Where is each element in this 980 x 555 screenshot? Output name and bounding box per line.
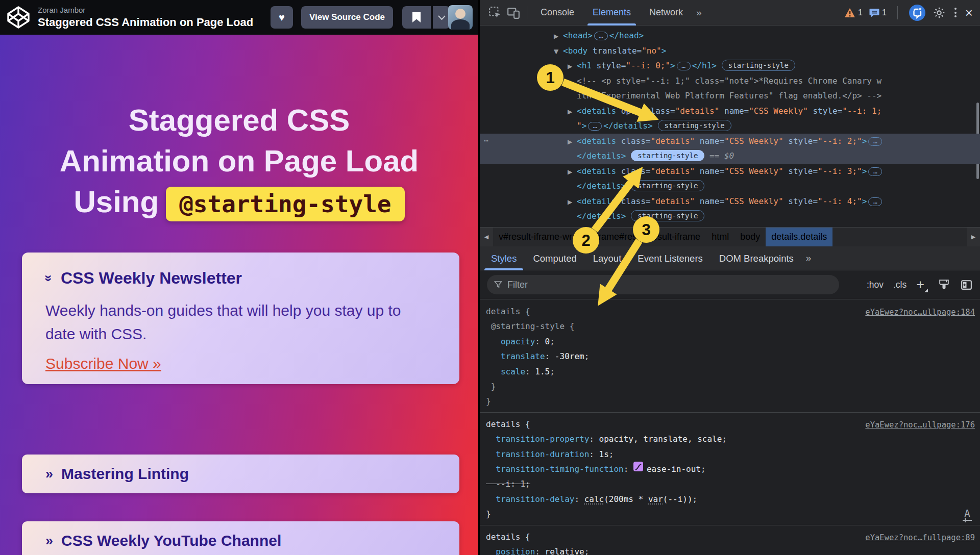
dom-tree-row[interactable]: ▶<details class="details" name="CSS Week… — [480, 164, 980, 179]
tab-console[interactable]: Console — [531, 0, 583, 26]
toolbar-divider — [527, 6, 527, 19]
more-sidebar-tabs-button[interactable]: » — [802, 253, 816, 264]
dom-tree-row[interactable]: ▼<body translate="no"> — [480, 43, 980, 59]
dom-tree-row[interactable]: </details>starting-style == $0 — [480, 148, 980, 164]
filter-field[interactable] — [487, 275, 839, 294]
breadcrumb-item[interactable]: iframe#result.result-iframe — [588, 228, 706, 246]
ellipsis-expand-button[interactable]: … — [677, 62, 691, 70]
dom-tree-row[interactable]: ⋯▶<details class="details" name="CSS Wee… — [480, 134, 980, 149]
filter-funnel-icon — [494, 281, 502, 289]
tree-collapsed-icon[interactable]: ▶ — [568, 59, 577, 74]
element-classes-button[interactable]: .cls — [893, 280, 906, 290]
tree-collapsed-icon[interactable]: ▶ — [568, 135, 577, 150]
device-toolbar-button[interactable] — [504, 0, 523, 26]
tab-dom-breakpoints[interactable]: DOM Breakpoints — [711, 246, 802, 270]
issues-badge[interactable]: 1 — [869, 8, 887, 17]
view-source-button[interactable]: View Source Code — [301, 6, 393, 29]
breadcrumb-item[interactable]: html — [706, 228, 734, 246]
source-link[interactable]: eYaEwez?noc…ullpage:184 — [865, 305, 975, 320]
rendering-emulations-button[interactable] — [938, 279, 950, 291]
settings-button[interactable] — [933, 6, 946, 19]
newsletter-summary[interactable]: » CSS Weekly Newsletter — [45, 269, 436, 288]
tab-event-listeners[interactable]: Event Listeners — [629, 246, 711, 270]
breadcrumb-scroll-left[interactable]: ◀ — [480, 228, 493, 246]
bookmark-dropdown-button[interactable] — [432, 6, 450, 29]
breadcrumb-item[interactable]: details.details — [766, 228, 832, 246]
details-open-marker-icon: » — [41, 275, 56, 282]
user-avatar[interactable] — [448, 5, 473, 30]
dom-tree-row[interactable]: </details>starting-style — [480, 209, 980, 224]
tab-styles[interactable]: Styles — [483, 246, 525, 270]
tree-collapsed-icon[interactable]: ▶ — [554, 29, 563, 44]
collapsed-card-mastering-linting[interactable]: » Mastering Linting — [22, 455, 459, 493]
toolbar-right-group: 1 1 — [844, 4, 980, 21]
ellipsis-expand-button[interactable]: … — [594, 32, 608, 40]
toolbar-divider — [897, 6, 898, 19]
close-devtools-button[interactable]: × — [965, 6, 973, 19]
dom-tree-row[interactable]: ith "Experimental Web Platform Features"… — [480, 88, 980, 104]
devtools-toolbar: ConsoleElementsNetwork » 1 1 — [480, 0, 980, 26]
devtools-pane: ConsoleElementsNetwork » 1 1 — [478, 0, 980, 555]
sidebar-toggle-button[interactable] — [960, 279, 973, 291]
heading-line: Using@starting-style — [0, 182, 478, 222]
starting-style-badge[interactable]: starting-style — [658, 120, 731, 131]
source-link[interactable]: eYaEwez?noc…ullpage:176 — [865, 418, 975, 433]
tab-computed[interactable]: Computed — [525, 246, 584, 270]
source-link[interactable]: eYaEwez?noc…fullpage:89 — [865, 531, 975, 545]
dom-breadcrumbs: ◀ v#result-iframe-wrapiframe#result.resu… — [480, 227, 980, 246]
subscribe-link[interactable]: Subscribe Now » — [45, 355, 161, 372]
dom-tree-row[interactable]: ▶<details class="details" name="CSS Week… — [480, 194, 980, 209]
tab-network[interactable]: Network — [640, 0, 692, 26]
tree-collapsed-icon[interactable]: ▶ — [568, 105, 577, 120]
css-rule: eYaEwez?noc…ullpage:184details { @starti… — [480, 300, 980, 413]
starting-style-badge[interactable]: starting-style — [722, 60, 795, 71]
ai-assistance-button[interactable] — [909, 4, 926, 21]
bezier-curve-icon[interactable] — [633, 462, 643, 471]
warnings-badge[interactable]: 1 — [844, 8, 863, 18]
toggle-element-state-button[interactable]: :hov — [867, 280, 884, 290]
ellipsis-expand-button[interactable]: … — [868, 137, 882, 146]
more-panels-button[interactable]: » — [692, 7, 706, 18]
codepen-logo-icon[interactable] — [6, 5, 31, 30]
dom-tree-row[interactable]: <!-- <p style="--i: 1;" class="note">*Re… — [480, 73, 980, 89]
breadcrumb-item[interactable]: body — [734, 228, 766, 246]
bookmark-button[interactable] — [402, 6, 431, 29]
new-style-rule-button[interactable]: + — [916, 278, 928, 292]
codepen-header: Zoran Jambor Staggered CSS Animation on … — [0, 0, 478, 35]
collapsed-card-youtube-channel[interactable]: » CSS Weekly YouTube Channel — [22, 521, 459, 555]
filter-input[interactable] — [507, 280, 793, 290]
breadcrumb-scroll-right[interactable]: ▶ — [967, 228, 980, 246]
font-editor-button[interactable]: A — [963, 509, 972, 521]
issues-icon — [869, 8, 879, 17]
breadcrumb-item[interactable]: v#result-iframe-wrap — [493, 228, 588, 246]
dom-tree-row[interactable]: ▶<head>…</head> — [480, 28, 980, 43]
tab-elements[interactable]: Elements — [583, 0, 640, 26]
screenshot-root: Zoran Jambor Staggered CSS Animation on … — [0, 0, 980, 555]
menu-button[interactable] — [952, 6, 959, 19]
ellipsis-expand-button[interactable]: … — [868, 197, 882, 206]
starting-style-badge[interactable]: starting-style — [631, 210, 704, 221]
inspect-element-button[interactable] — [486, 0, 504, 26]
dom-tree-row[interactable]: ▶<h1 style="--i: 0;">…</h1>starting-styl… — [480, 58, 980, 73]
tree-collapsed-icon[interactable]: ▶ — [568, 195, 577, 210]
like-button[interactable]: ♥ — [271, 6, 293, 29]
css-rule: eYaEwez?noc…fullpage:89details { positio… — [480, 525, 980, 555]
styles-filter-bar: :hov .cls + — [480, 270, 980, 299]
sidebar-panel-icon — [960, 279, 973, 291]
dom-tree-row[interactable]: </details>starting-style — [480, 179, 980, 194]
tree-expanded-icon[interactable]: ▼ — [554, 44, 563, 60]
chevron-down-icon — [438, 15, 446, 20]
inspect-icon — [488, 6, 502, 19]
bookmark-icon — [412, 12, 421, 23]
heading-line: Staggered CSS — [0, 100, 478, 141]
tree-collapsed-icon[interactable]: ▶ — [568, 165, 577, 180]
ellipsis-expand-button[interactable]: … — [588, 122, 602, 131]
tab-layout[interactable]: Layout — [585, 246, 630, 270]
ellipsis-expand-button[interactable]: … — [868, 167, 882, 176]
dom-tree-row[interactable]: ▶<details open class="details" name="CSS… — [480, 104, 980, 119]
starting-style-badge[interactable]: starting-style — [631, 180, 704, 191]
row-options-icon[interactable]: ⋯ — [484, 134, 489, 149]
card-title: Mastering Linting — [61, 465, 189, 483]
dom-tree-row[interactable]: ">…</details>starting-style — [480, 118, 980, 134]
starting-style-badge[interactable]: starting-style — [631, 150, 704, 161]
